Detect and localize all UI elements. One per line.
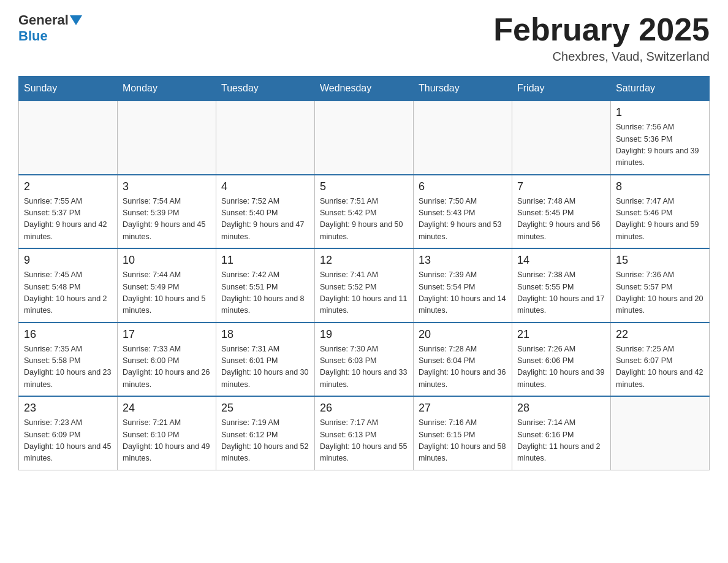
day-info: Sunrise: 7:52 AMSunset: 5:40 PMDaylight:… bbox=[221, 196, 309, 243]
day-number: 3 bbox=[123, 180, 211, 193]
day-info: Sunrise: 7:28 AMSunset: 6:04 PMDaylight:… bbox=[419, 343, 507, 391]
day-number: 10 bbox=[123, 254, 211, 267]
calendar-cell: 21Sunrise: 7:26 AMSunset: 6:06 PMDayligh… bbox=[512, 323, 611, 397]
calendar-cell bbox=[512, 101, 611, 175]
logo-triangle-icon bbox=[70, 15, 82, 25]
calendar-cell: 6Sunrise: 7:50 AMSunset: 5:43 PMDaylight… bbox=[414, 175, 512, 249]
weekday-header-tuesday: Tuesday bbox=[216, 77, 315, 101]
logo: General Blue bbox=[18, 12, 83, 44]
day-info: Sunrise: 7:44 AMSunset: 5:49 PMDaylight:… bbox=[123, 269, 211, 317]
calendar-cell: 25Sunrise: 7:19 AMSunset: 6:12 PMDayligh… bbox=[216, 396, 315, 470]
calendar-cell: 19Sunrise: 7:30 AMSunset: 6:03 PMDayligh… bbox=[315, 323, 414, 397]
day-number: 20 bbox=[419, 328, 507, 341]
day-info: Sunrise: 7:19 AMSunset: 6:12 PMDaylight:… bbox=[221, 417, 309, 465]
day-info: Sunrise: 7:55 AMSunset: 5:37 PMDaylight:… bbox=[24, 196, 112, 243]
day-number: 17 bbox=[123, 328, 211, 341]
calendar-week-1: 1Sunrise: 7:56 AMSunset: 5:36 PMDaylight… bbox=[19, 101, 710, 175]
calendar-cell: 27Sunrise: 7:16 AMSunset: 6:15 PMDayligh… bbox=[414, 396, 512, 470]
calendar-week-3: 9Sunrise: 7:45 AMSunset: 5:48 PMDaylight… bbox=[19, 248, 710, 323]
calendar-cell: 1Sunrise: 7:56 AMSunset: 5:36 PMDaylight… bbox=[611, 101, 710, 175]
weekday-header-sunday: Sunday bbox=[19, 77, 118, 101]
day-number: 23 bbox=[24, 402, 112, 415]
day-number: 28 bbox=[517, 402, 605, 415]
day-number: 8 bbox=[616, 180, 704, 193]
day-info: Sunrise: 7:41 AMSunset: 5:52 PMDaylight:… bbox=[320, 269, 408, 317]
calendar-cell: 17Sunrise: 7:33 AMSunset: 6:00 PMDayligh… bbox=[118, 323, 216, 397]
day-info: Sunrise: 7:21 AMSunset: 6:10 PMDaylight:… bbox=[123, 417, 211, 465]
logo-blue-text: Blue bbox=[18, 28, 48, 44]
day-number: 4 bbox=[221, 180, 309, 193]
day-number: 6 bbox=[419, 180, 507, 193]
day-number: 14 bbox=[517, 254, 605, 267]
day-info: Sunrise: 7:14 AMSunset: 6:16 PMDaylight:… bbox=[517, 417, 605, 465]
calendar-week-4: 16Sunrise: 7:35 AMSunset: 5:58 PMDayligh… bbox=[19, 323, 710, 397]
day-info: Sunrise: 7:48 AMSunset: 5:45 PMDaylight:… bbox=[517, 196, 605, 243]
calendar-cell: 12Sunrise: 7:41 AMSunset: 5:52 PMDayligh… bbox=[315, 248, 414, 323]
day-info: Sunrise: 7:36 AMSunset: 5:57 PMDaylight:… bbox=[616, 269, 704, 317]
calendar-cell: 8Sunrise: 7:47 AMSunset: 5:46 PMDaylight… bbox=[611, 175, 710, 249]
day-info: Sunrise: 7:35 AMSunset: 5:58 PMDaylight:… bbox=[24, 343, 112, 391]
day-number: 24 bbox=[123, 402, 211, 415]
day-number: 2 bbox=[24, 180, 112, 193]
calendar-cell: 9Sunrise: 7:45 AMSunset: 5:48 PMDaylight… bbox=[19, 248, 118, 323]
day-info: Sunrise: 7:54 AMSunset: 5:39 PMDaylight:… bbox=[123, 196, 211, 243]
day-info: Sunrise: 7:56 AMSunset: 5:36 PMDaylight:… bbox=[616, 121, 704, 169]
day-number: 13 bbox=[419, 254, 507, 267]
calendar-cell bbox=[19, 101, 118, 175]
calendar-cell bbox=[611, 396, 710, 470]
calendar-header-row: SundayMondayTuesdayWednesdayThursdayFrid… bbox=[19, 77, 710, 101]
calendar-cell: 26Sunrise: 7:17 AMSunset: 6:13 PMDayligh… bbox=[315, 396, 414, 470]
day-number: 21 bbox=[517, 328, 605, 341]
calendar-cell: 10Sunrise: 7:44 AMSunset: 5:49 PMDayligh… bbox=[118, 248, 216, 323]
calendar-week-5: 23Sunrise: 7:23 AMSunset: 6:09 PMDayligh… bbox=[19, 396, 710, 470]
calendar-cell: 14Sunrise: 7:38 AMSunset: 5:55 PMDayligh… bbox=[512, 248, 611, 323]
day-number: 5 bbox=[320, 180, 408, 193]
calendar-cell: 7Sunrise: 7:48 AMSunset: 5:45 PMDaylight… bbox=[512, 175, 611, 249]
calendar-cell bbox=[414, 101, 512, 175]
calendar-cell bbox=[315, 101, 414, 175]
day-info: Sunrise: 7:50 AMSunset: 5:43 PMDaylight:… bbox=[419, 196, 507, 243]
day-info: Sunrise: 7:38 AMSunset: 5:55 PMDaylight:… bbox=[517, 269, 605, 317]
day-info: Sunrise: 7:17 AMSunset: 6:13 PMDaylight:… bbox=[320, 417, 408, 465]
day-info: Sunrise: 7:33 AMSunset: 6:00 PMDaylight:… bbox=[123, 343, 211, 391]
day-info: Sunrise: 7:31 AMSunset: 6:01 PMDaylight:… bbox=[221, 343, 309, 391]
weekday-header-friday: Friday bbox=[512, 77, 611, 101]
day-number: 9 bbox=[24, 254, 112, 267]
calendar-cell: 28Sunrise: 7:14 AMSunset: 6:16 PMDayligh… bbox=[512, 396, 611, 470]
month-title: February 2025 bbox=[493, 12, 710, 47]
day-number: 15 bbox=[616, 254, 704, 267]
weekday-header-saturday: Saturday bbox=[611, 77, 710, 101]
calendar-week-2: 2Sunrise: 7:55 AMSunset: 5:37 PMDaylight… bbox=[19, 175, 710, 249]
calendar-cell: 11Sunrise: 7:42 AMSunset: 5:51 PMDayligh… bbox=[216, 248, 315, 323]
day-number: 26 bbox=[320, 402, 408, 415]
weekday-header-thursday: Thursday bbox=[414, 77, 512, 101]
day-number: 19 bbox=[320, 328, 408, 341]
day-info: Sunrise: 7:26 AMSunset: 6:06 PMDaylight:… bbox=[517, 343, 605, 391]
calendar-table: SundayMondayTuesdayWednesdayThursdayFrid… bbox=[18, 76, 710, 470]
page-header: General Blue February 2025 Chexbres, Vau… bbox=[18, 12, 710, 64]
title-section: February 2025 Chexbres, Vaud, Switzerlan… bbox=[493, 12, 710, 64]
day-info: Sunrise: 7:47 AMSunset: 5:46 PMDaylight:… bbox=[616, 196, 704, 243]
day-number: 27 bbox=[419, 402, 507, 415]
calendar-cell bbox=[216, 101, 315, 175]
calendar-cell: 24Sunrise: 7:21 AMSunset: 6:10 PMDayligh… bbox=[118, 396, 216, 470]
day-number: 1 bbox=[616, 106, 704, 119]
day-number: 7 bbox=[517, 180, 605, 193]
calendar-cell: 13Sunrise: 7:39 AMSunset: 5:54 PMDayligh… bbox=[414, 248, 512, 323]
day-number: 22 bbox=[616, 328, 704, 341]
day-info: Sunrise: 7:25 AMSunset: 6:07 PMDaylight:… bbox=[616, 343, 704, 391]
calendar-cell: 15Sunrise: 7:36 AMSunset: 5:57 PMDayligh… bbox=[611, 248, 710, 323]
day-number: 16 bbox=[24, 328, 112, 341]
day-number: 12 bbox=[320, 254, 408, 267]
day-info: Sunrise: 7:42 AMSunset: 5:51 PMDaylight:… bbox=[221, 269, 309, 317]
calendar-cell: 5Sunrise: 7:51 AMSunset: 5:42 PMDaylight… bbox=[315, 175, 414, 249]
logo-general-text: General bbox=[18, 12, 69, 28]
day-info: Sunrise: 7:45 AMSunset: 5:48 PMDaylight:… bbox=[24, 269, 112, 317]
calendar-cell: 4Sunrise: 7:52 AMSunset: 5:40 PMDaylight… bbox=[216, 175, 315, 249]
day-info: Sunrise: 7:16 AMSunset: 6:15 PMDaylight:… bbox=[419, 417, 507, 465]
day-info: Sunrise: 7:51 AMSunset: 5:42 PMDaylight:… bbox=[320, 196, 408, 243]
location-subtitle: Chexbres, Vaud, Switzerland bbox=[493, 50, 710, 64]
calendar-cell: 18Sunrise: 7:31 AMSunset: 6:01 PMDayligh… bbox=[216, 323, 315, 397]
calendar-cell: 2Sunrise: 7:55 AMSunset: 5:37 PMDaylight… bbox=[19, 175, 118, 249]
day-number: 25 bbox=[221, 402, 309, 415]
